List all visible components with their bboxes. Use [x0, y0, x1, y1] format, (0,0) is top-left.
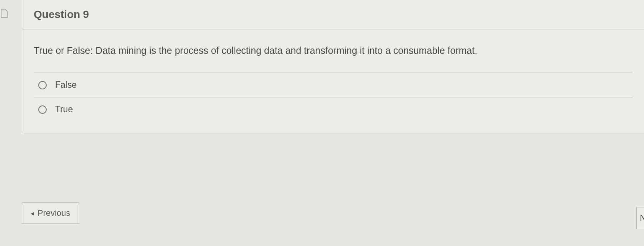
previous-button[interactable]: ◂ Previous: [22, 202, 79, 224]
option-true[interactable]: True: [34, 97, 633, 121]
caret-left-icon: ◂: [31, 210, 34, 217]
option-label: False: [55, 80, 77, 90]
options-list: False True: [34, 73, 633, 121]
question-card: Question 9 True or False: Data mining is…: [22, 0, 644, 133]
radio-icon[interactable]: [38, 81, 47, 89]
previous-button-label: Previous: [37, 208, 70, 218]
option-label: True: [55, 104, 73, 115]
next-button-label: N: [640, 213, 644, 223]
bookmark-icon[interactable]: [0, 8, 8, 19]
radio-icon[interactable]: [38, 105, 47, 114]
question-header: Question 9: [22, 0, 644, 29]
question-title: Question 9: [34, 8, 633, 21]
question-prompt: True or False: Data mining is the proces…: [34, 44, 633, 57]
next-button[interactable]: N: [636, 207, 644, 229]
nav-buttons: ◂ Previous: [22, 202, 644, 224]
question-body: True or False: Data mining is the proces…: [22, 29, 644, 133]
option-false[interactable]: False: [34, 73, 633, 97]
